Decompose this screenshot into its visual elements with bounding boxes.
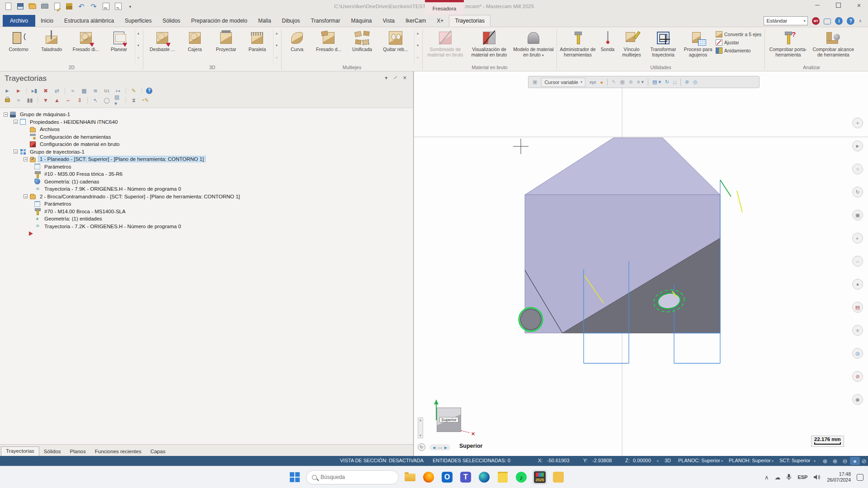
tab-dibujos[interactable]: Dibujos	[277, 15, 306, 27]
taskbar-search[interactable]	[306, 470, 399, 484]
button-modelo-material[interactable]: Modelo de material en bruto ▾	[512, 29, 555, 63]
planoh-dropdown-icon[interactable]: ▾	[772, 459, 774, 463]
taskbar-app-spotify[interactable]: ♪	[514, 470, 528, 484]
select-arrow-icon[interactable]: ↖	[612, 79, 616, 85]
tree-item-machine-group[interactable]: Grupo de máquinas-1	[0, 111, 413, 118]
expand-icon[interactable]	[24, 157, 28, 161]
clock[interactable]: 17:48 26/07/2024	[827, 471, 851, 483]
collapse-ribbon-icon[interactable]: ∧	[859, 19, 862, 23]
restore-button[interactable]	[834, 1, 843, 9]
verify-icon[interactable]: ▦	[80, 87, 88, 94]
button-vinculo-multiejes[interactable]: Vínculo multiejes	[618, 29, 645, 63]
levels-display-button[interactable]: ◎	[852, 348, 863, 359]
insert-position-marker[interactable]	[0, 230, 413, 238]
tree-item-toolpath-file-1[interactable]: ≈Trayectoria - 7.9K - ORIGENES.H - Númer…	[0, 185, 413, 193]
panel-tab-trayectorias[interactable]: Trayectorias	[1, 446, 39, 456]
display-options-icon[interactable]: ▤ ▾	[114, 97, 122, 103]
panel-pin-icon[interactable]: ⊺	[392, 75, 398, 81]
tab-superficies[interactable]: Superficies	[119, 15, 157, 27]
button-proceso-agujeros[interactable]: Proceso para agujeros	[681, 29, 715, 63]
xyz-entry-icon[interactable]: xyz	[590, 80, 596, 84]
expand-icon[interactable]	[4, 113, 8, 117]
scroll-insert-icon[interactable]: ⇕	[76, 97, 83, 103]
button-unificada[interactable]: Unificada	[346, 29, 378, 63]
planoc-selector[interactable]: PLANOC: Superior	[678, 458, 720, 463]
select-options-icon[interactable]: ≡ ▾	[637, 79, 644, 85]
view-rotate-button[interactable]: ↻	[418, 443, 425, 451]
search-input[interactable]	[321, 474, 384, 480]
group-3d-scroll[interactable]: ▲▼▿	[273, 29, 280, 63]
taskbar-app-firefox[interactable]	[421, 470, 436, 484]
button-anidamiento[interactable]: Anidamiento	[716, 47, 761, 54]
dimension-mode[interactable]: 3D	[665, 458, 671, 463]
move-down-icon[interactable]: ▼	[42, 97, 49, 103]
plane-select-icon[interactable]: ▤ ▾	[652, 79, 661, 85]
hourglass-icon[interactable]: ⧗	[130, 97, 137, 103]
panel-tab-capas[interactable]: Capas	[146, 447, 170, 456]
planoh-selector[interactable]: PLANOH: Superior	[729, 458, 771, 463]
group-multiejes-scroll[interactable]: ▲▼▿	[414, 29, 421, 63]
button-paralela[interactable]: Paralela	[242, 29, 272, 63]
section-view-icon[interactable]: □	[673, 80, 676, 85]
edit-selected-icon[interactable]: ✎	[130, 87, 137, 94]
info-icon[interactable]: i	[835, 17, 843, 25]
button-visualizacion-material[interactable]: Visualización de material en bruto	[467, 29, 512, 63]
tree-item-config-material[interactable]: Configuración de material en bruto	[0, 141, 413, 148]
tab-estructura-alambrica[interactable]: Estructura alámbrica	[59, 15, 119, 27]
tab-vista[interactable]: Vista	[377, 15, 400, 27]
select-all-operations-icon[interactable]: ►	[4, 87, 11, 94]
post-ol-icon[interactable]: OL	[101, 1, 110, 11]
select-window-icon[interactable]: ▦	[620, 79, 624, 85]
backplot-icon[interactable]: ≈	[69, 87, 76, 94]
notifications-icon[interactable]	[857, 474, 863, 481]
tree-item-tool-1[interactable]: #10 - M35.00 Fresa tórica - 35-R6	[0, 170, 413, 178]
isometric-view-button[interactable]: ▣	[852, 210, 863, 221]
tree-item-tool-2[interactable]: #70 - M14.00 Broca - MS1400-SLA	[0, 208, 413, 216]
zoom-window-button[interactable]: ○	[852, 164, 863, 174]
planoc-dropdown-icon[interactable]: ▾	[721, 459, 723, 463]
gnomon-scrollbar[interactable]: ▲▼	[418, 418, 423, 438]
button-proyectar[interactable]: Proyectar	[210, 29, 242, 63]
panel-tab-funciones-recientes[interactable]: Funciones recientes	[90, 447, 146, 456]
tab-archivo[interactable]: Archivo	[3, 15, 35, 27]
button-quitar-rebabas[interactable]: Quitar reb...	[378, 29, 413, 63]
view-cube[interactable]: Superior	[437, 408, 461, 432]
start-button[interactable]	[288, 470, 302, 484]
shaded-display-icon[interactable]: ●	[850, 457, 860, 465]
button-sonda[interactable]: Sonda	[597, 29, 618, 63]
send-to-machine-icon[interactable]: ↦	[114, 87, 122, 94]
button-comprobar-alcance[interactable]: Comprobar alcance de herramienta	[810, 29, 857, 63]
toggle-toolpath-display-icon[interactable]: ≈	[15, 97, 22, 103]
language-indicator[interactable]: ESP	[797, 474, 807, 480]
gview-icon[interactable]: ↻	[665, 79, 669, 85]
panel-menu-icon[interactable]: ▾	[385, 75, 388, 81]
view-step-arrows[interactable]: ◄—►	[429, 444, 450, 450]
save-icon[interactable]	[16, 1, 25, 11]
select-pointer-icon[interactable]: ↖	[92, 97, 99, 103]
undo-icon[interactable]	[77, 1, 86, 11]
panel-tab-solidos[interactable]: Sólidos	[39, 447, 66, 456]
tab-transformar[interactable]: Transformar	[306, 15, 346, 27]
tab-trayectorias[interactable]: Trayectorias	[449, 15, 491, 27]
operations-help-icon[interactable]: ?	[146, 88, 152, 94]
tree-item-archivos[interactable]: Archivos	[0, 126, 413, 133]
cursor-mode-dropdown[interactable]: Cursor variable▾	[541, 78, 585, 87]
taskbar-app-edge[interactable]	[477, 470, 491, 484]
my-mastercam-icon[interactable]: MY	[812, 17, 820, 25]
taskbar-app-notes[interactable]	[495, 470, 510, 484]
select-chain-icon[interactable]: ⊕	[629, 79, 633, 85]
shaded-edges-display-icon[interactable]: ⊘	[859, 457, 868, 465]
tree-item-properties[interactable]: Propiedades - HEIDENHAIN iTNC640	[0, 118, 413, 126]
button-transformar-trayectoria[interactable]: Transformar trayectoria	[645, 29, 681, 63]
taskbar-app-mastercam[interactable]: 2025	[533, 470, 547, 484]
taskbar-app-teams[interactable]: T	[458, 470, 473, 484]
wireframe-display-button[interactable]: ≡	[852, 325, 863, 336]
tab-maquina[interactable]: Máquina	[346, 15, 377, 27]
redo-icon[interactable]	[89, 1, 98, 11]
move-insert-icon[interactable]: ⌐	[65, 97, 72, 103]
expand-icon[interactable]	[14, 120, 18, 124]
graphics-viewport[interactable]: ✕ ▣ Cursor variable▾ xyz ● ↖ ▦ ⊕ ≡ ▾ ▤ ▾…	[414, 71, 868, 456]
button-desbaste[interactable]: Desbaste ...	[145, 29, 180, 63]
close-button[interactable]: ×	[854, 1, 863, 9]
button-curva[interactable]: Curva	[283, 29, 311, 63]
